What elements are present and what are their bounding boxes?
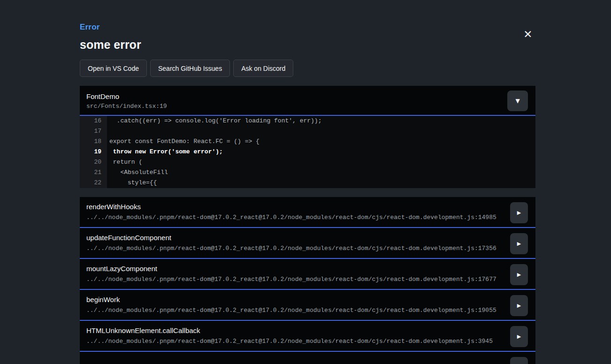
collapse-frame-button[interactable]: ▼ [507, 91, 528, 111]
stack-frame-row: ▶ [80, 352, 535, 364]
chevron-right-icon: ▶ [517, 210, 521, 215]
line-code: throw new Error('some error'); [107, 147, 535, 157]
stack-frame-row: beginWork ../../node_modules/.pnpm/react… [80, 290, 535, 321]
expand-frame-button[interactable]: ▶ [510, 264, 528, 285]
stack-frame-path: ../../node_modules/.pnpm/react-dom@17.0.… [86, 307, 503, 314]
expand-frame-button[interactable]: ▶ [510, 326, 528, 347]
code-line: 19 throw new Error('some error'); [80, 147, 535, 157]
line-number: 21 [80, 167, 107, 178]
stack-frame-path: ../../node_modules/.pnpm/react-dom@17.0.… [86, 245, 503, 252]
line-number: 20 [80, 157, 107, 167]
code-frame: FontDemo src/Fonts/index.tsx:19 ▼ 16 .ca… [80, 86, 535, 188]
stack-frame-path: ../../node_modules/.pnpm/react-dom@17.0.… [86, 338, 503, 345]
stack-frame-row: updateFunctionComponent ../../node_modul… [80, 228, 535, 259]
error-overlay: { "colors": { "page_bg": "#1f232a", "pan… [0, 0, 611, 364]
chevron-right-icon: ▶ [517, 241, 521, 246]
action-buttons: Open in VS CodeSearch GitHub IssuesAsk o… [80, 60, 535, 77]
stack-frame-function: renderWithHooks [86, 203, 503, 211]
stack-frame-path: ../../node_modules/.pnpm/react-dom@17.0.… [86, 214, 503, 221]
code-line: 20 return ( [80, 157, 535, 167]
stack-frame-function: HTMLUnknownElement.callCallback [86, 326, 503, 334]
code-line: 17 [80, 126, 535, 136]
line-number: 19 [80, 147, 107, 157]
code-frame-location[interactable]: src/Fonts/index.tsx:19 [86, 103, 528, 110]
chevron-down-icon: ▼ [515, 98, 519, 104]
code-line: 18 export const FontDemo: React.FC = () … [80, 136, 535, 147]
error-type-label: Error [80, 23, 535, 32]
stack-trace: renderWithHooks ../../node_modules/.pnpm… [80, 197, 535, 364]
stack-frame-row: mountLazyComponent ../../node_modules/.p… [80, 259, 535, 290]
error-message: some error [80, 38, 535, 52]
action-button[interactable]: Open in VS Code [80, 60, 147, 77]
error-overlay-content: Error some error Open in VS CodeSearch G… [80, 0, 535, 364]
line-code: style={{ [107, 178, 535, 188]
line-code: return ( [107, 157, 535, 167]
stack-frame-row: renderWithHooks ../../node_modules/.pnpm… [80, 197, 535, 228]
code-frame-title: FontDemo [86, 92, 528, 100]
action-button[interactable]: Ask on Discord [233, 60, 293, 77]
expand-frame-button[interactable]: ▶ [510, 233, 528, 254]
stack-frame-function: beginWork [86, 296, 503, 303]
action-button[interactable]: Search GitHub Issues [150, 60, 230, 77]
code-line: 21 <AbsoluteFill [80, 167, 535, 178]
stack-frame-function: updateFunctionComponent [86, 234, 503, 242]
line-code: .catch((err) => console.log('Error loadi… [107, 116, 535, 126]
code-listing: 16 .catch((err) => console.log('Error lo… [80, 116, 535, 188]
code-line: 22 style={{ [80, 178, 535, 188]
line-code: export const FontDemo: React.FC = () => … [107, 136, 535, 147]
stack-frame-function: mountLazyComponent [86, 265, 503, 273]
line-number: 16 [80, 116, 107, 126]
chevron-right-icon: ▶ [517, 303, 521, 308]
chevron-right-icon: ▶ [517, 334, 521, 339]
line-code: <AbsoluteFill [107, 167, 535, 178]
expand-frame-button[interactable]: ▶ [510, 202, 528, 223]
line-number: 18 [80, 136, 107, 147]
line-number: 22 [80, 178, 107, 188]
chevron-right-icon: ▶ [517, 272, 521, 277]
expand-frame-button[interactable]: ▶ [510, 357, 528, 364]
stack-frame-path: ../../node_modules/.pnpm/react-dom@17.0.… [86, 276, 503, 283]
line-code [107, 126, 535, 136]
line-number: 17 [80, 126, 107, 136]
code-line: 16 .catch((err) => console.log('Error lo… [80, 116, 535, 126]
expand-frame-button[interactable]: ▶ [510, 295, 528, 316]
stack-frame-row: HTMLUnknownElement.callCallback ../../no… [80, 321, 535, 352]
code-frame-header: FontDemo src/Fonts/index.tsx:19 ▼ [80, 86, 535, 116]
